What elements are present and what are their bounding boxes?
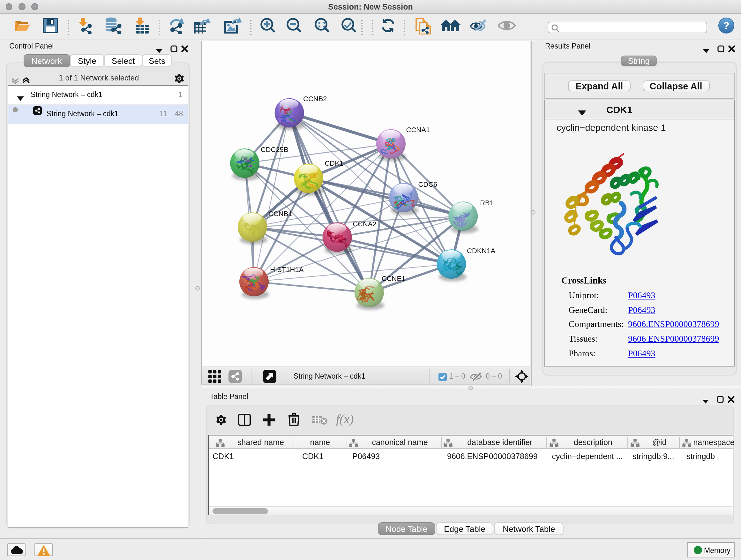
svg-text:CDC25B: CDC25B [261,145,288,153]
svg-text:CCNA1: CCNA1 [406,125,430,133]
svg-text:?: ? [723,20,730,31]
svg-text:CCNA2: CCNA2 [353,220,377,228]
svg-text:CDK1: CDK1 [325,159,343,167]
svg-text:CCNB1: CCNB1 [268,209,292,217]
svg-text:HIST1H1A: HIST1H1A [270,265,304,273]
svg-text:CDC6: CDC6 [418,180,437,188]
svg-text:CCNB2: CCNB2 [303,95,327,103]
svg-text:RB1: RB1 [480,199,494,206]
svg-text:CDKN1A: CDKN1A [467,246,495,254]
svg-text:CCNE1: CCNE1 [382,274,406,282]
